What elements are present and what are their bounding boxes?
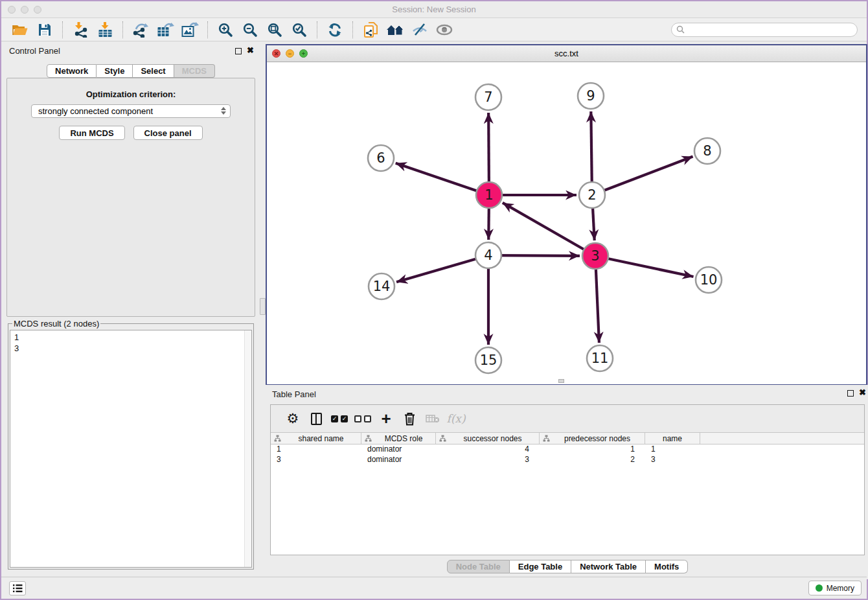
zoom-in-icon[interactable]: [216, 20, 235, 40]
export-network-icon[interactable]: [131, 20, 150, 40]
show-panel-icon[interactable]: [435, 20, 454, 40]
table-settings-icon[interactable]: ⚙: [281, 409, 304, 428]
column-header-shared-name[interactable]: shared name: [271, 433, 361, 444]
graph-node-9[interactable]: 9: [578, 83, 604, 109]
column-header-name[interactable]: name: [645, 433, 700, 444]
graph-node-3[interactable]: 3: [582, 243, 608, 269]
column-header-predecessor-nodes[interactable]: predecessor nodes: [540, 433, 645, 444]
zoom-selected-icon[interactable]: [290, 20, 309, 40]
close-panel-icon[interactable]: ✖: [247, 46, 254, 55]
run-mcds-button[interactable]: Run MCDS: [59, 126, 124, 140]
memory-label: Memory: [827, 584, 854, 593]
export-table-icon[interactable]: [155, 20, 175, 40]
memory-button[interactable]: Memory: [808, 581, 862, 595]
table-header-row: shared nameMCDS rolesuccessor nodesprede…: [271, 432, 864, 444]
result-scrollbar[interactable]: [244, 330, 251, 567]
svg-text:15: 15: [480, 352, 497, 368]
tab-edge-table[interactable]: Edge Table: [510, 560, 571, 573]
graph-node-7[interactable]: 7: [475, 84, 501, 110]
svg-text:2: 2: [588, 187, 596, 203]
select-all-rows-icon[interactable]: ✓✓: [328, 409, 351, 428]
tab-network[interactable]: Network: [47, 64, 97, 78]
frame-resize-grip[interactable]: [558, 379, 564, 383]
add-row-icon[interactable]: +: [374, 409, 398, 428]
graph-node-4[interactable]: 4: [475, 242, 501, 268]
refresh-icon[interactable]: [325, 20, 345, 40]
graph-edge-3-10[interactable]: [595, 256, 694, 277]
clone-network-icon[interactable]: [361, 20, 380, 40]
tab-select[interactable]: Select: [133, 64, 174, 78]
export-image-icon[interactable]: [180, 20, 200, 40]
network-frame-titlebar[interactable]: ✕ − + scc.txt: [267, 45, 866, 62]
delete-row-icon[interactable]: [398, 409, 421, 428]
zoom-out-icon[interactable]: [240, 20, 260, 40]
graph-node-8[interactable]: 8: [694, 138, 720, 164]
home-layout-icon[interactable]: [385, 20, 405, 40]
import-network-icon[interactable]: [71, 20, 90, 40]
network-canvas[interactable]: 7968124314101511: [267, 62, 866, 384]
search-box: [671, 23, 858, 37]
graph-node-6[interactable]: 6: [368, 145, 394, 171]
graph-node-14[interactable]: 14: [369, 273, 394, 299]
graph-node-2[interactable]: 2: [579, 182, 605, 208]
float-panel-icon[interactable]: [235, 48, 242, 54]
table-cell[interactable]: 4: [436, 444, 540, 455]
svg-text:7: 7: [484, 89, 492, 105]
network-graph[interactable]: 7968124314101511: [267, 62, 866, 384]
panel-splitter-grip[interactable]: [260, 298, 266, 315]
close-panel-button[interactable]: Close panel: [133, 126, 203, 140]
tab-node-table[interactable]: Node Table: [447, 560, 510, 573]
table-cell[interactable]: dominator: [361, 455, 436, 465]
status-bar: Memory: [1, 577, 867, 599]
hide-panel-icon[interactable]: [410, 20, 429, 40]
graph-node-15[interactable]: 15: [475, 347, 501, 373]
graph-node-11[interactable]: 11: [587, 345, 613, 371]
task-history-button[interactable]: [9, 581, 26, 595]
dropdown-stepper-icon: [221, 107, 226, 115]
search-input[interactable]: [688, 25, 850, 34]
table-toolbar: ⚙ ✓✓ + f(x): [271, 405, 864, 432]
table-cell[interactable]: dominator: [361, 444, 436, 455]
graph-edge-4-14[interactable]: [396, 255, 488, 282]
mcds-result-title: MCDS result (2 nodes): [12, 319, 100, 329]
column-header-mcds-role[interactable]: MCDS role: [361, 433, 436, 444]
result-line: 1: [14, 332, 247, 343]
graph-node-10[interactable]: 10: [696, 267, 722, 293]
close-table-panel-icon[interactable]: ✖: [859, 388, 866, 397]
criterion-dropdown[interactable]: strongly connected component: [31, 104, 231, 118]
mcds-panel: Optimization criterion: strongly connect…: [6, 78, 255, 317]
graph-node-1[interactable]: 1: [476, 182, 502, 208]
table-row[interactable]: 1dominator411: [271, 444, 864, 455]
main-toolbar: [1, 18, 867, 41]
table-row[interactable]: 3dominator323: [271, 455, 864, 465]
toolbar-separator: [317, 21, 317, 38]
deselect-all-rows-icon[interactable]: [351, 409, 374, 428]
tab-style[interactable]: Style: [97, 64, 133, 78]
table-cell[interactable]: 1: [645, 444, 700, 455]
tab-motifs[interactable]: Motifs: [646, 560, 688, 573]
table-cell[interactable]: 3: [271, 455, 361, 465]
float-table-panel-icon[interactable]: [847, 390, 854, 397]
graph-edge-1-6[interactable]: [396, 163, 489, 195]
delete-table-icon: [421, 409, 444, 428]
table-cell[interactable]: 3: [436, 455, 540, 465]
table-cell[interactable]: 1: [271, 444, 361, 455]
column-header-successor-nodes[interactable]: successor nodes: [436, 433, 540, 444]
window-titlebar: Session: New Session: [1, 1, 867, 18]
tab-network-table[interactable]: Network Table: [571, 560, 646, 573]
table-cell[interactable]: 2: [540, 455, 645, 465]
tab-mcds[interactable]: MCDS: [174, 64, 215, 78]
zoom-fit-icon[interactable]: [265, 20, 284, 40]
table-cell[interactable]: 1: [540, 444, 645, 455]
optimization-criterion-label: Optimization criterion:: [7, 89, 255, 99]
import-table-icon[interactable]: [95, 20, 115, 40]
column-visibility-icon[interactable]: [304, 409, 328, 428]
svg-text:9: 9: [586, 88, 595, 104]
table-cell[interactable]: 3: [645, 455, 700, 465]
open-session-icon[interactable]: [10, 20, 30, 40]
graph-edge-3-1[interactable]: [503, 203, 595, 256]
save-session-icon[interactable]: [35, 20, 54, 40]
mcds-result-text[interactable]: 13: [10, 330, 252, 568]
svg-text:4: 4: [484, 248, 492, 263]
graph-edge-2-8[interactable]: [592, 157, 693, 195]
